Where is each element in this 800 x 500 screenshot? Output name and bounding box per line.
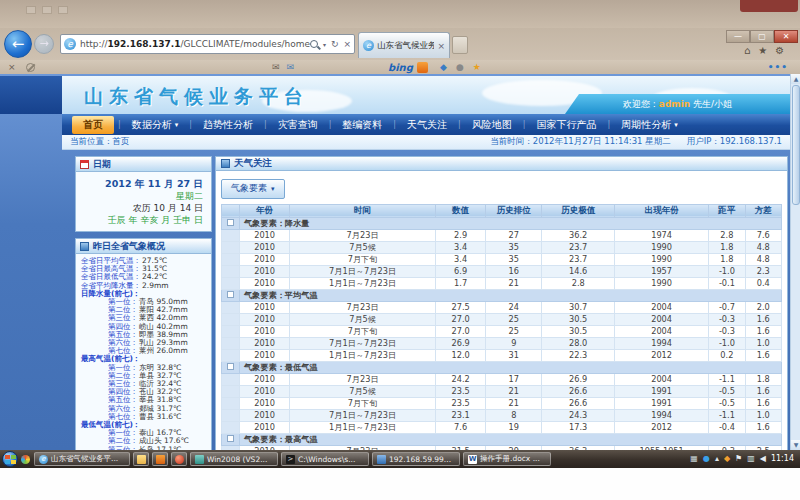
table-cell: 1.6 [745,349,781,361]
calendar-panel: 日期 2012 年 11 月 27 日 星期二 农历 10 月 14 日 壬辰 … [75,156,212,232]
page-scrollbar[interactable]: ▲ ▼ [790,74,800,450]
table-cell: 35 [486,241,542,253]
weather-data-table: 年份时间数值历史排位历史极值出现年份距平方差 气象要素：降水量20107月23日… [221,204,782,451]
table-cell: 2.8 [542,277,615,289]
back-button[interactable]: ← [4,30,32,58]
page-favicon-icon: e [64,38,76,50]
toolbar-close-icon[interactable]: × [8,62,16,72]
orange-app-icon[interactable] [417,62,428,73]
tab-close-icon[interactable]: × [437,41,445,51]
tray-display-icon[interactable]: ▥ [747,451,755,467]
table-cell: 23.7 [542,253,615,265]
table-cell: 2010 [239,301,289,313]
nav-item-3[interactable]: 灾害查询 [267,116,329,134]
stop-icon[interactable]: × [343,39,351,49]
mail-icon-2[interactable]: ✉ [287,62,295,72]
scrollbar-down-icon[interactable]: ▼ [791,440,800,450]
tray-cloud-icon[interactable]: ◆ [724,451,730,467]
checkbox[interactable] [227,363,234,370]
table-cell: 1991 [615,385,709,397]
taskbar-app-button-1[interactable]: >C:\Windows\s... [281,452,369,466]
window-minimize-button[interactable]: — [726,30,750,43]
checkbox[interactable] [227,291,234,298]
favorites-star-icon[interactable]: ★ [758,45,767,56]
table-cell: -1.1 [709,409,745,421]
group-title: 气象要素：平均气温 [239,289,781,301]
browser-tab[interactable]: e 山东省气候业务平... × [358,32,450,58]
start-button[interactable] [2,451,18,467]
table-cell: 0.4 [745,277,781,289]
tray-flag-icon[interactable]: ⚑ [735,451,742,467]
toolbar-app-icon-0[interactable]: ◆ [440,62,447,72]
table-row: 20107月5候27.02530.52004-0.31.6 [222,313,782,325]
refresh-icon[interactable]: ↻ [331,39,339,49]
taskbar-ie-button[interactable]: e 山东省气候业务平... [34,452,130,466]
scrollbar-up-icon[interactable]: ▲ [791,74,800,84]
address-bar[interactable]: e http://192.168.137.1/GLCCLIMATE/module… [60,34,355,54]
tab-title: 山东省气候业务平... [377,40,434,52]
forward-button[interactable]: → [34,34,54,54]
ie-icon: e [39,455,48,464]
element-filter-button[interactable]: 气象要素▾ [221,179,285,199]
clock[interactable]: 11:14 [771,451,794,467]
taskbar-red-button[interactable] [171,452,187,466]
tray-grid-icon[interactable]: ▦ [690,451,698,467]
new-tab-button[interactable] [452,36,468,54]
settings-gear-icon[interactable]: ⚙ [775,45,784,56]
table-cell: 2010 [239,385,289,397]
toolbar-overflow-icon[interactable]: ••• [768,62,788,72]
taskbar-button-label: Win2008 (VS2... [207,455,267,464]
table-cell: 7月1日～7月23日 [290,337,436,349]
nav-item-1[interactable]: 数据分析▾ [121,116,190,134]
nav-item-8[interactable]: 周期性分析▾ [610,116,689,134]
home-icon[interactable]: ⌂ [744,45,750,56]
tray-messenger-icon[interactable]: ● [703,451,710,467]
table-cell: 21 [486,277,542,289]
tray-show-hidden-icon[interactable]: ▴ [715,451,719,467]
tab-favicon-icon: e [363,40,374,51]
checkbox[interactable] [227,219,234,226]
taskbar-app-button-2[interactable]: 192.168.59.99... [372,452,460,466]
rank-value: 曹县 31.6℃ [139,413,182,421]
table-cell: 2010 [239,325,289,337]
scrollbar-thumb[interactable] [792,85,800,205]
tray-volume-icon[interactable]: ◀ [760,451,766,467]
toolbar-app-icon-2[interactable]: ★ [473,62,481,72]
url-text[interactable]: http://192.168.137.1/GLCCLIMATE/modules/… [80,39,310,49]
nav-item-0[interactable]: 首页 [72,116,114,134]
table-cell: 0.2 [709,349,745,361]
table-header-cell: 时间 [290,204,436,217]
nav-item-7[interactable]: 国家下行产品 [525,116,607,134]
taskbar-folder-button[interactable] [133,452,149,466]
bing-logo[interactable]: bing [388,62,413,73]
username: admin [659,99,690,109]
table-cell: 30.5 [542,313,615,325]
nav-item-6[interactable]: 风险地图 [461,116,523,134]
table-cell: 2012 [615,349,709,361]
nav-item-label: 首页 [83,118,103,132]
search-icon[interactable] [310,40,318,48]
mail-icon[interactable]: ✉ [272,62,280,72]
taskbar-pinned-icon[interactable] [21,455,30,464]
search-dropdown-icon[interactable]: ▾ [323,41,326,48]
table-header-cell: 历史排位 [486,204,542,217]
group-checkbox-cell [222,433,240,445]
nav-item-label: 周期性分析 [621,118,671,132]
toolbar-app-icon-1[interactable]: ● [456,62,464,72]
nav-item-5[interactable]: 天气关注 [396,116,458,134]
window-maximize-button[interactable]: ▢ [750,30,774,43]
calendar-weekday: 星期二 [80,190,203,202]
nav-item-4[interactable]: 整编资料 [331,116,393,134]
taskbar-app-button-0[interactable]: Win2008 (VS2... [190,452,278,466]
table-cell: 2012 [615,421,709,433]
calendar-lunar: 农历 10 月 14 日 [80,202,203,214]
taskbar-app-button-3[interactable]: W操作手册.docx ... [463,452,551,466]
checkbox[interactable] [227,435,234,442]
table-cell: 1.6 [745,385,781,397]
nav-item-label: 天气关注 [407,118,447,132]
window-titlebar [0,0,800,28]
window-close-button[interactable]: ✕ [774,30,798,43]
nav-item-2[interactable]: 趋势性分析 [192,116,264,134]
taskbar-orange-button[interactable] [152,452,168,466]
blocked-content-icon[interactable] [26,63,35,72]
